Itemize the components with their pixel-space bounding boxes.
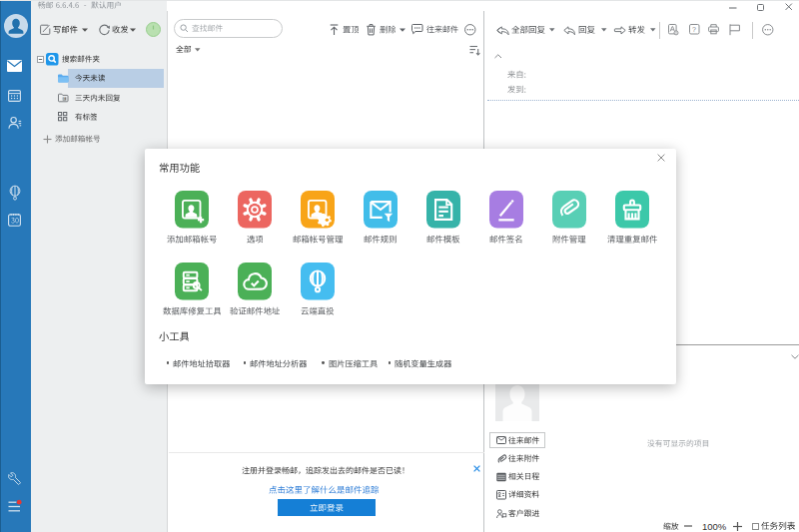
svg-text:?: ?: [692, 26, 696, 33]
